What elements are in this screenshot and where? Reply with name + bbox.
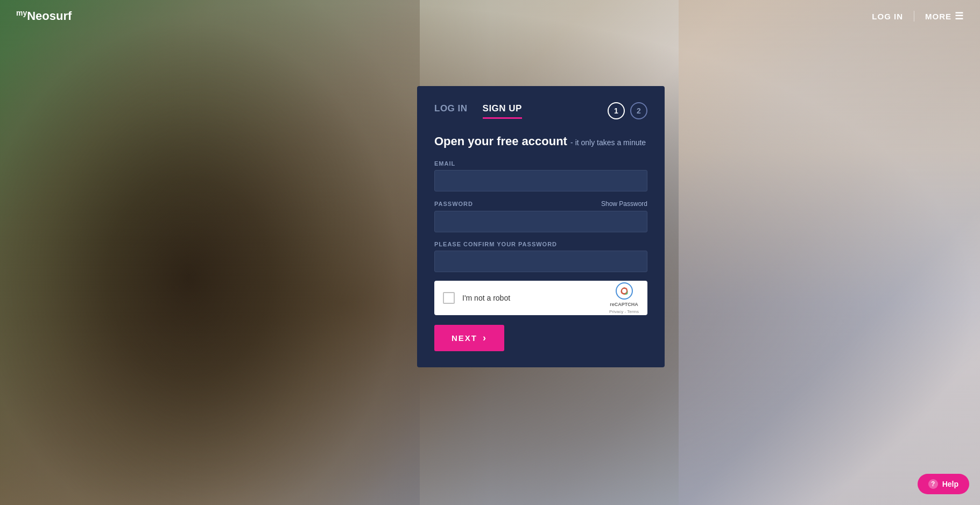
next-label: NEXT (452, 333, 477, 343)
step-indicators: 1 2 (608, 102, 647, 119)
recaptcha-right: reCAPTCHA Privacy - Terms (609, 282, 639, 314)
recaptcha-left: I'm not a robot (443, 292, 510, 304)
navbar: myNeosurf LOG IN MORE ☰ (0, 0, 980, 32)
confirm-password-input[interactable] (434, 251, 647, 272)
person-overlay (0, 0, 420, 505)
confirm-password-group: PLEASE CONFIRM YOUR PASSWORD (434, 241, 647, 272)
logo-brand: Neosurf (27, 10, 72, 23)
next-button[interactable]: NEXT › (434, 325, 504, 351)
recaptcha-logo-icon (616, 282, 633, 300)
logo: myNeosurf (16, 9, 72, 23)
recaptcha-links[interactable]: Privacy - Terms (609, 309, 639, 314)
nav-right: LOG IN MORE ☰ (872, 10, 964, 22)
password-label-row: PASSWORD Show Password (434, 200, 647, 208)
email-group: EMAIL (434, 160, 647, 191)
nav-more-label: MORE (925, 12, 951, 21)
form-title: Open your free account - it only takes a… (434, 134, 647, 148)
recaptcha-label: I'm not a robot (462, 294, 510, 302)
nav-divider (914, 11, 914, 22)
svg-point-1 (622, 289, 626, 293)
help-button[interactable]: ? Help (918, 474, 969, 494)
step-1-circle: 1 (608, 102, 625, 119)
email-label: EMAIL (434, 160, 647, 167)
recaptcha-box[interactable]: I'm not a robot reCAPTCHA Privacy - Term… (434, 281, 647, 315)
email-input[interactable] (434, 170, 647, 191)
form-title-subtitle: - it only takes a minute (570, 138, 646, 147)
logo-my: my (16, 9, 27, 17)
recaptcha-checkbox[interactable] (443, 292, 455, 304)
tabs-left: LOG IN SIGN UP (434, 103, 522, 119)
signup-card: LOG IN SIGN UP 1 2 Open your free accoun… (417, 86, 665, 367)
tab-login[interactable]: LOG IN (434, 103, 468, 119)
tabs-row: LOG IN SIGN UP 1 2 (434, 102, 647, 119)
bg-right (679, 0, 980, 505)
nav-login-link[interactable]: LOG IN (872, 12, 903, 21)
hamburger-icon: ☰ (955, 10, 964, 22)
password-input[interactable] (434, 211, 647, 232)
next-arrow-icon: › (483, 332, 487, 344)
tab-signup[interactable]: SIGN UP (483, 103, 522, 119)
password-label: PASSWORD (434, 201, 473, 207)
confirm-password-label: PLEASE CONFIRM YOUR PASSWORD (434, 241, 647, 247)
password-group: PASSWORD Show Password (434, 200, 647, 232)
nav-more-button[interactable]: MORE ☰ (925, 10, 964, 22)
help-label: Help (942, 480, 958, 488)
show-password-link[interactable]: Show Password (601, 200, 647, 208)
form-title-main: Open your free account (434, 134, 567, 148)
recaptcha-brand-label: reCAPTCHA (610, 302, 638, 307)
step-2-circle: 2 (630, 102, 647, 119)
help-icon: ? (928, 479, 938, 489)
